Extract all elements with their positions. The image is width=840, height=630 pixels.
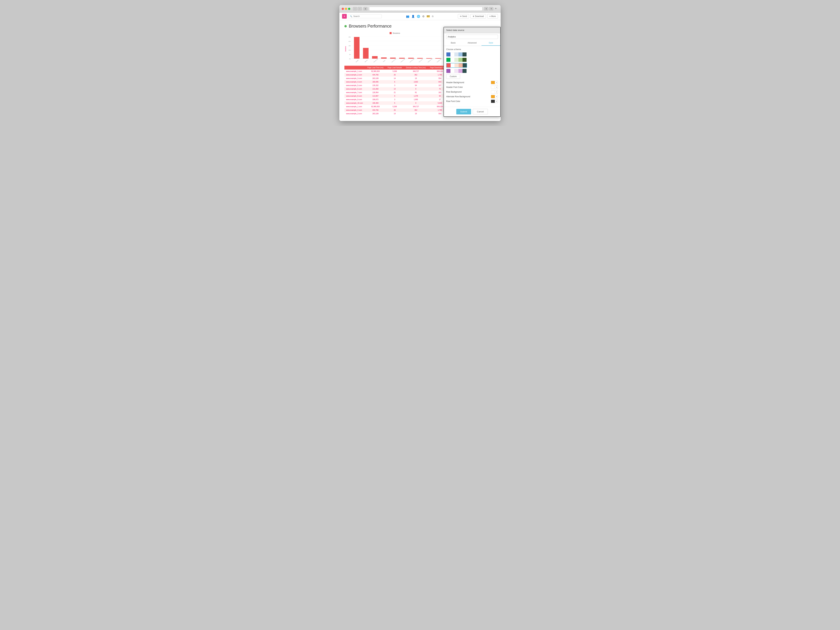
table-cell-value: 362 — [404, 108, 428, 112]
header-bg-row: Header Background ▾ — [446, 81, 498, 84]
theme-swatch — [446, 69, 450, 73]
minimize-button[interactable] — [345, 8, 347, 10]
row-bg-label: Row Background — [446, 91, 461, 93]
svg-text:20k: 20k — [349, 41, 351, 42]
modal-footer: Submit Cancel — [444, 107, 500, 117]
svg-text:25k: 25k — [349, 36, 351, 38]
tab-basic[interactable]: Basic — [444, 40, 463, 46]
tabs-button[interactable]: ⧉ — [489, 7, 493, 10]
download-button[interactable]: ⬇ Download — [471, 14, 486, 19]
svg-text:(direct): (direct) — [365, 60, 368, 62]
modal-datasource-row: Analytics — [444, 33, 500, 40]
theme-swatch — [463, 58, 467, 62]
theme-swatch — [458, 52, 463, 57]
svg-rect-17 — [390, 58, 396, 58]
theme-swatch — [463, 52, 467, 57]
datasource-select[interactable]: Analytics — [446, 35, 498, 39]
header-font-swatch[interactable] — [491, 85, 495, 89]
svg-rect-22 — [435, 58, 441, 58]
status-indicator — [344, 25, 347, 27]
theme-row-purple[interactable] — [446, 69, 467, 73]
svg-rect-15 — [372, 56, 377, 58]
table-cell-value: 434,766 — [365, 73, 385, 77]
person-icon[interactable]: 👤 — [411, 15, 415, 18]
table-cell-site: www.example_3.com — [344, 77, 365, 80]
table-cell-value: 263,109 — [365, 112, 385, 115]
svg-text:google: google — [355, 60, 359, 62]
tab-style[interactable]: Style — [482, 40, 500, 46]
app-toolbar: + 🔍 👥 👤 🌐 ⚙ 💳 ⎋ ✉ Send ⬇ Download — [339, 13, 501, 20]
table-row: www.example_2.com434,766263621,785 — [344, 108, 452, 112]
settings-icon[interactable]: ⚙ — [422, 15, 425, 18]
table-row: www.example_3.com263,1091419554 — [344, 112, 452, 115]
modal-body: Choose a theme — [444, 46, 500, 107]
theme-swatch — [450, 52, 455, 57]
row-font-row: Row Font Color ▾ — [446, 99, 498, 103]
table-cell-value: 94 — [404, 84, 428, 87]
row-bg-dropdown[interactable]: ▾ — [495, 90, 498, 93]
logout-icon[interactable]: ⎋ — [432, 15, 434, 18]
table-cell-value: 434,766 — [365, 108, 385, 112]
send-icon: ✉ — [460, 15, 461, 17]
alt-row-bg-swatch[interactable] — [491, 95, 495, 98]
table-cell-site: www.example_6.com — [344, 87, 365, 91]
table-cell-value: 5 — [385, 101, 404, 105]
sidebar-button[interactable]: ⊞ — [363, 7, 368, 10]
table-cell-value: 131,060 — [365, 87, 385, 91]
header-bg-dropdown[interactable]: ▾ — [495, 81, 498, 84]
modal-header: Select data source — [444, 27, 500, 33]
share-button[interactable]: ⬆ — [484, 7, 488, 10]
table-cell-site: www.example_2.com — [344, 73, 365, 77]
tab-advanced[interactable]: Advanced — [463, 40, 482, 46]
svg-text:facebook.com: facebook.com — [372, 58, 378, 62]
cancel-button[interactable]: Cancel — [473, 109, 488, 114]
url-bar[interactable] — [369, 7, 483, 11]
search-box: 🔍 — [348, 14, 382, 18]
svg-rect-21 — [426, 58, 432, 58]
traffic-lights — [342, 8, 350, 10]
theme-swatch — [455, 63, 459, 67]
send-button[interactable]: ✉ Send — [458, 14, 469, 19]
alt-row-bg-dropdown[interactable]: ▾ — [495, 95, 498, 98]
theme-row-red[interactable] — [446, 63, 467, 68]
table-row: www.example_1.com92,969,3035,268349,7275… — [344, 105, 452, 108]
theme-row-blue[interactable] — [446, 52, 467, 57]
svg-rect-20 — [417, 58, 423, 58]
new-tab-button[interactable]: + — [495, 7, 498, 10]
row-bg-swatch[interactable] — [491, 90, 495, 93]
toolbar-icons: 👥 👤 🌐 ⚙ 💳 ⎋ — [406, 15, 434, 18]
table-cell-value: 180,095 — [365, 80, 385, 84]
table-row: www.example_8.com113,90791,37893 — [344, 94, 452, 98]
add-button[interactable]: + — [342, 14, 347, 19]
row-font-dropdown[interactable]: ▾ — [495, 99, 498, 103]
back-button[interactable]: ‹ — [353, 7, 357, 10]
row-bg-picker: ▾ — [491, 90, 498, 93]
forward-button[interactable]: › — [358, 7, 362, 10]
chart-legend: Sessions — [344, 32, 445, 34]
users-icon[interactable]: 👥 — [406, 15, 409, 18]
table-cell-site: www.example_4.com — [344, 80, 365, 84]
header-font-dropdown[interactable]: ▾ — [495, 85, 498, 89]
alt-row-bg-row: Alternate Row Background ▾ — [446, 95, 498, 98]
table-cell-value: 26 — [385, 108, 404, 112]
theme-swatch — [450, 69, 455, 73]
theme-row-green[interactable] — [446, 58, 467, 62]
table-cell-value: 14 — [385, 77, 404, 80]
custom-theme-button[interactable]: Custom — [446, 74, 460, 79]
table-cell-value: 6 — [385, 80, 404, 84]
svg-rect-13 — [354, 37, 360, 58]
table-cell-value: 3 — [385, 98, 404, 101]
table-cell-value: 9 — [385, 94, 404, 98]
row-font-swatch[interactable] — [491, 99, 495, 103]
submit-button[interactable]: Submit — [456, 109, 471, 114]
close-button[interactable] — [342, 8, 344, 10]
table-cell-value: 92,969,303 — [365, 105, 385, 108]
table-cell-value: 92,969,303 — [365, 69, 385, 73]
header-bg-swatch[interactable] — [491, 81, 495, 84]
search-input[interactable] — [353, 15, 380, 17]
table-cell-value: 106,484 — [365, 101, 385, 105]
globe-icon[interactable]: 🌐 — [417, 15, 420, 18]
card-icon[interactable]: 💳 — [426, 15, 430, 18]
more-button[interactable]: ▾ More — [487, 14, 498, 19]
maximize-button[interactable] — [348, 8, 350, 10]
